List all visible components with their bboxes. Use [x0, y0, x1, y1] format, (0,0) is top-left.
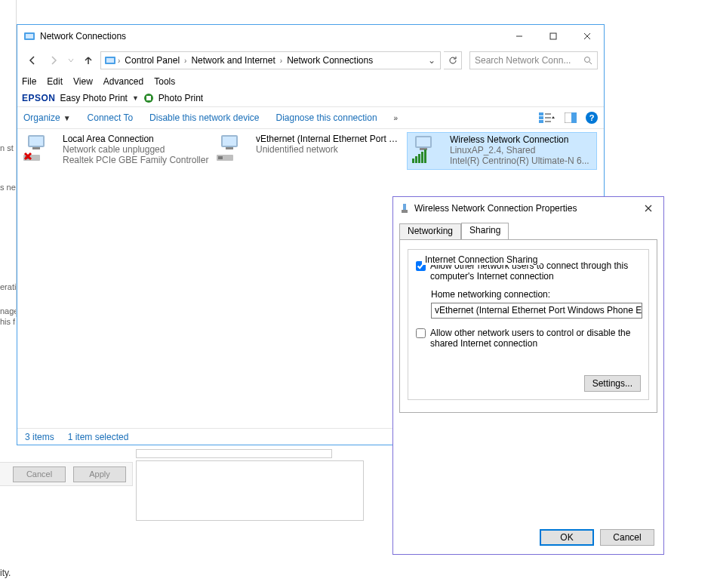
menu-advanced[interactable]: Advanced — [103, 76, 143, 87]
svg-rect-21 — [29, 137, 43, 146]
svg-rect-39 — [402, 210, 408, 213]
organize-menu[interactable]: Organize▼ — [23, 112, 71, 123]
chevron-down-icon[interactable]: ▼ — [132, 94, 139, 102]
titlebar[interactable]: Network Connections — [17, 25, 604, 48]
recent-dropdown[interactable] — [66, 51, 76, 69]
minimize-button[interactable] — [502, 26, 536, 47]
status-item-count: 3 items — [25, 432, 54, 442]
bg-cancel-button[interactable]: Cancel — [13, 466, 66, 482]
svg-rect-26 — [223, 137, 236, 146]
background-left-panel: n st s ne erati nage his f — [0, 0, 17, 317]
epson-logo: EPSON — [22, 93, 56, 103]
svg-rect-38 — [403, 204, 406, 210]
epson-toolbar: EPSON Easy Photo Print ▼ Photo Print — [17, 90, 604, 106]
menu-edit[interactable]: Edit — [47, 76, 63, 87]
crumb-control-panel[interactable]: Control Panel — [120, 52, 184, 69]
connection-status: Network cable unplugged — [63, 144, 209, 155]
menubar: File Edit View Advanced Tools — [17, 73, 604, 90]
svg-point-8 — [585, 57, 590, 63]
forward-button[interactable] — [45, 51, 63, 69]
overflow-chevron[interactable]: » — [394, 114, 399, 122]
connection-item-vethernet[interactable]: vEthernet (Internal Ethernet Port Window… — [214, 132, 404, 170]
dialog-footer: OK Cancel — [393, 521, 663, 554]
help-icon[interactable]: ? — [586, 112, 598, 124]
crumb-network-connections[interactable]: Network Connections — [282, 52, 377, 69]
window-title: Network Connections — [40, 31, 502, 42]
svg-rect-34 — [415, 156, 417, 163]
background-strip — [136, 449, 332, 458]
tab-networking[interactable]: Networking — [399, 223, 461, 240]
svg-rect-14 — [539, 120, 543, 123]
home-connection-select[interactable]: vEthernet (Internal Ethernet Port Window… — [431, 303, 642, 319]
search-icon — [583, 56, 592, 65]
svg-rect-27 — [226, 147, 233, 149]
cancel-button[interactable]: Cancel — [600, 529, 654, 546]
search-placeholder: Search Network Conn... — [475, 55, 583, 66]
menu-file[interactable]: File — [22, 76, 36, 87]
up-button[interactable] — [79, 51, 97, 69]
epson-photo-print[interactable]: Photo Print — [158, 93, 203, 103]
connection-status: LinuxAP_2.4, Shared — [450, 145, 595, 155]
window-icon — [23, 30, 35, 42]
command-bar: Organize▼ Connect To Disable this networ… — [17, 106, 604, 129]
chevron-down-icon: ▼ — [63, 114, 71, 122]
menu-view[interactable]: View — [73, 76, 93, 87]
dialog-close-button[interactable] — [639, 199, 657, 217]
dialog-title: Wireless Network Connection Properties — [414, 203, 639, 214]
svg-rect-31 — [417, 137, 430, 146]
allow-control-label: Allow other network users to control or … — [430, 328, 641, 349]
address-dropdown[interactable]: ⌄ — [425, 55, 439, 66]
connection-name: Local Area Connection — [63, 134, 209, 144]
background-panel — [136, 460, 364, 521]
search-input[interactable]: Search Network Conn... — [469, 51, 598, 69]
maximize-button[interactable] — [536, 26, 570, 47]
bg-apply-button: Apply — [73, 466, 126, 482]
svg-rect-35 — [418, 154, 420, 163]
dialog-icon — [399, 203, 410, 214]
preview-pane-button[interactable] — [565, 112, 577, 123]
wireless-properties-dialog: Wireless Network Connection Properties N… — [392, 196, 664, 555]
wifi-icon — [409, 134, 445, 165]
background-dialog-buttons: Cancel Apply — [0, 462, 133, 486]
vethernet-icon — [215, 134, 251, 164]
address-icon — [103, 53, 118, 68]
svg-rect-22 — [32, 147, 40, 149]
close-button[interactable] — [570, 26, 604, 47]
svg-rect-19 — [571, 112, 577, 123]
diagnose-button[interactable]: Diagnose this connection — [276, 112, 377, 123]
settings-button[interactable]: Settings... — [584, 375, 641, 392]
connect-to-button[interactable]: Connect To — [88, 112, 134, 123]
crumb-network-internet[interactable]: Network and Internet — [186, 52, 279, 69]
ok-button[interactable]: OK — [540, 529, 594, 546]
fieldset-legend: Internet Connection Sharing — [422, 254, 540, 265]
svg-rect-33 — [412, 159, 414, 163]
menu-tools[interactable]: Tools — [154, 76, 175, 87]
disable-device-button[interactable]: Disable this network device — [149, 112, 259, 123]
svg-rect-29 — [218, 156, 223, 159]
connection-name: Wireless Network Connection — [450, 134, 595, 145]
svg-rect-7 — [106, 58, 114, 63]
connection-device: Intel(R) Centrino(R) Ultimate-N 6... — [450, 155, 595, 166]
background-text: ity. — [0, 568, 11, 578]
tab-sharing[interactable]: Sharing — [461, 223, 509, 239]
lan-icon — [22, 134, 58, 164]
nav-row: › Control Panel › Network and Internet ›… — [17, 48, 604, 73]
svg-rect-12 — [539, 112, 543, 115]
allow-control-checkbox[interactable] — [416, 328, 426, 338]
svg-rect-37 — [424, 149, 426, 163]
epson-print-icon — [143, 93, 154, 103]
back-button[interactable] — [23, 51, 42, 69]
connection-item-wireless[interactable]: Wireless Network Connection LinuxAP_2.4,… — [407, 132, 597, 170]
address-bar[interactable]: › Control Panel › Network and Internet ›… — [100, 51, 441, 69]
status-selected-count: 1 item selected — [68, 432, 129, 442]
view-options-button[interactable] — [539, 112, 556, 124]
connection-item-lan[interactable]: Local Area Connection Network cable unpl… — [20, 132, 211, 170]
tab-row: Networking Sharing — [399, 223, 657, 239]
dialog-titlebar[interactable]: Wireless Network Connection Properties — [393, 197, 663, 220]
svg-line-9 — [589, 62, 592, 64]
svg-rect-13 — [539, 116, 543, 119]
refresh-button[interactable] — [444, 51, 462, 69]
svg-rect-1 — [26, 34, 33, 38]
epson-easy-photo-print[interactable]: Easy Photo Print — [60, 93, 128, 103]
svg-rect-36 — [421, 152, 423, 163]
